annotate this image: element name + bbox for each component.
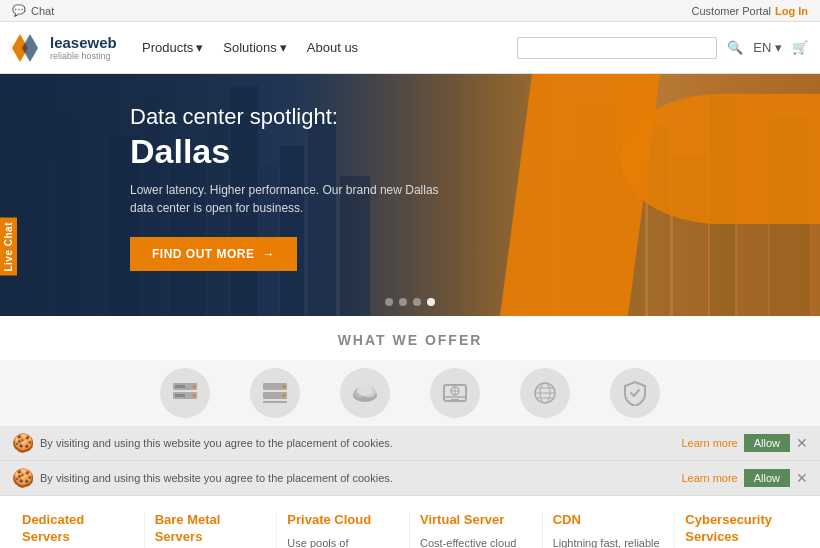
service-card-dedicated: Dedicated Servers Raw power you can cust… xyxy=(12,512,145,548)
dedicated-server-icon xyxy=(160,368,210,418)
service-card-bare-metal: Bare Metal Servers Instantly available d… xyxy=(145,512,278,548)
cookie-close-button-1[interactable]: ✕ xyxy=(796,435,808,451)
logo-name: leaseweb xyxy=(50,34,117,51)
service-title-dedicated: Dedicated Servers xyxy=(22,512,134,546)
chevron-down-icon: ▾ xyxy=(196,40,203,55)
login-link[interactable]: Log In xyxy=(775,5,808,17)
search-icon[interactable]: 🔍 xyxy=(727,40,743,55)
cookie-icon-1: 🍪 xyxy=(12,432,34,454)
svg-point-5 xyxy=(193,394,196,397)
carousel-dot-2[interactable] xyxy=(399,298,407,306)
nav-item-products[interactable]: Products ▾ xyxy=(142,40,203,55)
cookie-text-2: By visiting and using this website you a… xyxy=(40,472,393,484)
svg-point-11 xyxy=(283,385,286,388)
search-bar[interactable] xyxy=(517,37,717,59)
svg-point-16 xyxy=(357,386,373,396)
customer-portal-section[interactable]: Customer Portal Log In xyxy=(692,5,808,17)
cookie-banner-2-inner: 🍪 By visiting and using this website you… xyxy=(12,467,393,489)
carousel-dots xyxy=(385,298,435,306)
service-icon-virtual-server xyxy=(430,368,480,418)
service-title-cybersecurity: Cybersecurity Services xyxy=(685,512,798,546)
logo-icon xyxy=(12,34,42,62)
nav-item-solutions[interactable]: Solutions ▾ xyxy=(223,40,286,55)
service-desc-cdn: Lightning fast, reliable and secure deli… xyxy=(553,535,665,548)
chat-section[interactable]: 💬 Chat xyxy=(12,4,54,17)
cart-icon[interactable]: 🛒 xyxy=(792,40,808,55)
header-icons: 🔍 EN ▾ 🛒 xyxy=(727,40,808,55)
cookie-actions-2: Learn more Allow ✕ xyxy=(681,469,808,487)
service-icon-cdn xyxy=(520,368,570,418)
chat-label[interactable]: Chat xyxy=(31,5,54,17)
header: leaseweb reliable hosting Products ▾ Sol… xyxy=(0,22,820,74)
logo[interactable]: leaseweb reliable hosting xyxy=(12,34,122,62)
carousel-dot-4[interactable] xyxy=(427,298,435,306)
service-icon-private-cloud xyxy=(340,368,390,418)
svg-rect-19 xyxy=(451,399,459,402)
service-card-cybersecurity: Cybersecurity Services Protection from c… xyxy=(675,512,808,548)
cookie-banner-2: 🍪 By visiting and using this website you… xyxy=(0,461,820,496)
cookie-allow-button-1[interactable]: Allow xyxy=(744,434,790,452)
logo-tagline: reliable hosting xyxy=(50,51,117,61)
svg-rect-7 xyxy=(175,394,185,397)
service-title-cdn: CDN xyxy=(553,512,665,529)
svg-marker-1 xyxy=(22,34,38,62)
top-bar: 💬 Chat Customer Portal Log In xyxy=(0,0,820,22)
services-grid: Dedicated Servers Raw power you can cust… xyxy=(0,496,820,548)
service-desc-virtual-server: Cost-effective cloud computing you can s… xyxy=(420,535,532,548)
private-cloud-icon xyxy=(340,368,390,418)
arrow-right-icon: → xyxy=(263,247,276,261)
service-icon-dedicated xyxy=(160,368,210,418)
service-icon-bare-metal xyxy=(250,368,300,418)
virtual-server-icon xyxy=(430,368,480,418)
cookie-area: 🍪 By visiting and using this website you… xyxy=(0,360,820,496)
section-title: WHAT WE OFFER xyxy=(0,316,820,360)
hero-section: Data center spotlight: Dallas Lower late… xyxy=(0,74,820,316)
cookie-banner-1: 🍪 By visiting and using this website you… xyxy=(0,426,820,461)
nav-item-about-us[interactable]: About us xyxy=(307,40,358,55)
services-icons-row xyxy=(0,360,820,426)
service-card-private-cloud: Private Cloud Use pools of dedicated res… xyxy=(277,512,410,548)
chat-icon: 💬 xyxy=(12,4,26,17)
customer-portal-label: Customer Portal xyxy=(692,5,771,17)
chevron-down-icon: ▾ xyxy=(280,40,287,55)
what-we-offer-section: WHAT WE OFFER xyxy=(0,316,820,360)
main-nav: Products ▾ Solutions ▾ About us xyxy=(142,40,517,55)
cookie-actions-1: Learn more Allow ✕ xyxy=(681,434,808,452)
cookie-learn-more-2[interactable]: Learn more xyxy=(681,472,737,484)
live-chat-tab[interactable]: Live Chat xyxy=(0,218,17,276)
svg-point-4 xyxy=(193,385,196,388)
hero-cta-button[interactable]: FIND OUT MORE → xyxy=(130,237,297,271)
hero-subtitle: Data center spotlight: xyxy=(130,104,450,130)
cookie-close-button-2[interactable]: ✕ xyxy=(796,470,808,486)
language-selector[interactable]: EN ▾ xyxy=(753,40,782,55)
service-card-cdn: CDN Lightning fast, reliable and secure … xyxy=(543,512,676,548)
service-card-virtual-server: Virtual Server Cost-effective cloud comp… xyxy=(410,512,543,548)
svg-point-12 xyxy=(283,394,286,397)
cookie-banner-1-inner: 🍪 By visiting and using this website you… xyxy=(12,432,393,454)
service-icon-cybersecurity xyxy=(610,368,660,418)
hero-title: Dallas xyxy=(130,132,450,171)
hero-orange-blob xyxy=(620,94,820,224)
cookie-allow-button-2[interactable]: Allow xyxy=(744,469,790,487)
hero-content: Data center spotlight: Dallas Lower late… xyxy=(130,104,450,271)
service-title-virtual-server: Virtual Server xyxy=(420,512,532,529)
cybersecurity-icon xyxy=(610,368,660,418)
service-title-bare-metal: Bare Metal Servers xyxy=(155,512,267,546)
cookie-learn-more-1[interactable]: Learn more xyxy=(681,437,737,449)
search-input[interactable] xyxy=(526,41,708,55)
service-desc-private-cloud: Use pools of dedicated resources to crea… xyxy=(287,535,399,548)
svg-rect-10 xyxy=(263,401,287,403)
carousel-dot-1[interactable] xyxy=(385,298,393,306)
cookie-icon-2: 🍪 xyxy=(12,467,34,489)
bare-metal-icon xyxy=(250,368,300,418)
svg-rect-6 xyxy=(175,385,185,388)
service-title-private-cloud: Private Cloud xyxy=(287,512,399,529)
hero-description: Lower latency. Higher performance. Our b… xyxy=(130,181,450,217)
carousel-dot-3[interactable] xyxy=(413,298,421,306)
cdn-icon xyxy=(520,368,570,418)
cookie-text-1: By visiting and using this website you a… xyxy=(40,437,393,449)
